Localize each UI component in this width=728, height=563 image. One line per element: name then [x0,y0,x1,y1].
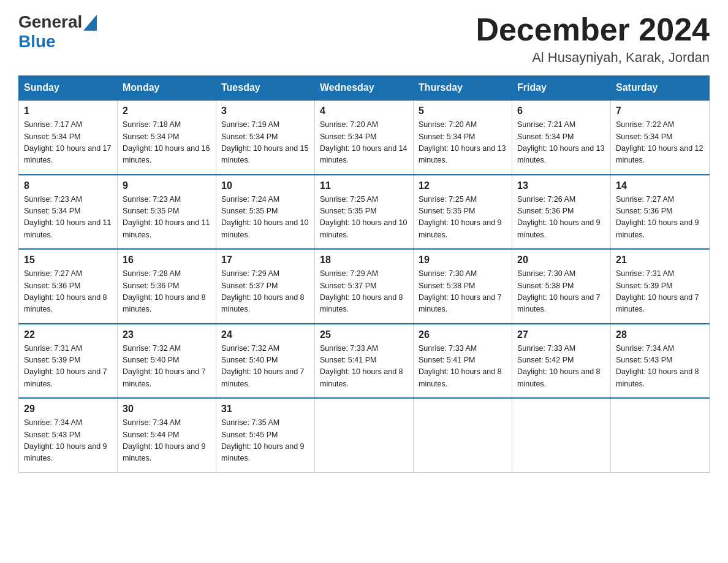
day-number: 20 [517,255,605,266]
calendar-cell [611,398,710,472]
svg-marker-0 [83,15,97,31]
logo-triangle-icon [83,15,97,31]
calendar-cell: 30Sunrise: 7:34 AMSunset: 5:44 PMDayligh… [118,398,216,472]
day-info: Sunrise: 7:30 AMSunset: 5:38 PMDaylight:… [419,268,507,316]
day-number: 9 [123,180,211,191]
col-header-tuesday: Tuesday [216,76,315,101]
title-block: December 2024 Al Husayniyah, Karak, Jord… [476,12,710,66]
col-header-saturday: Saturday [611,76,710,101]
day-info: Sunrise: 7:28 AMSunset: 5:36 PMDaylight:… [123,268,211,316]
day-info: Sunrise: 7:20 AMSunset: 5:34 PMDaylight:… [419,119,507,167]
day-number: 16 [123,255,211,266]
header-row: SundayMondayTuesdayWednesdayThursdayFrid… [19,76,710,101]
day-number: 12 [419,180,507,191]
day-info: Sunrise: 7:29 AMSunset: 5:37 PMDaylight:… [221,268,309,316]
day-info: Sunrise: 7:21 AMSunset: 5:34 PMDaylight:… [517,119,605,167]
week-row-5: 29Sunrise: 7:34 AMSunset: 5:43 PMDayligh… [19,398,710,472]
logo-blue-text: Blue [18,32,56,51]
calendar-cell: 2Sunrise: 7:18 AMSunset: 5:34 PMDaylight… [118,100,216,175]
day-number: 1 [24,105,112,117]
calendar-cell: 15Sunrise: 7:27 AMSunset: 5:36 PMDayligh… [19,249,118,324]
calendar-body: 1Sunrise: 7:17 AMSunset: 5:34 PMDaylight… [19,100,710,472]
day-number: 26 [419,329,507,340]
calendar-cell: 23Sunrise: 7:32 AMSunset: 5:40 PMDayligh… [118,324,216,399]
day-info: Sunrise: 7:19 AMSunset: 5:34 PMDaylight:… [221,119,309,167]
day-info: Sunrise: 7:24 AMSunset: 5:35 PMDaylight:… [221,194,309,242]
calendar-cell: 14Sunrise: 7:27 AMSunset: 5:36 PMDayligh… [611,175,710,250]
calendar-cell: 7Sunrise: 7:22 AMSunset: 5:34 PMDaylight… [611,100,710,175]
day-info: Sunrise: 7:32 AMSunset: 5:40 PMDaylight:… [221,343,309,391]
calendar-cell: 8Sunrise: 7:23 AMSunset: 5:34 PMDaylight… [19,175,118,250]
calendar-cell: 17Sunrise: 7:29 AMSunset: 5:37 PMDayligh… [216,249,315,324]
calendar-cell: 16Sunrise: 7:28 AMSunset: 5:36 PMDayligh… [118,249,216,324]
day-info: Sunrise: 7:27 AMSunset: 5:36 PMDaylight:… [616,194,704,242]
day-number: 29 [24,404,112,415]
day-number: 10 [221,180,309,191]
col-header-friday: Friday [512,76,611,101]
calendar-cell: 21Sunrise: 7:31 AMSunset: 5:39 PMDayligh… [611,249,710,324]
day-number: 15 [24,255,112,266]
day-number: 27 [517,329,605,340]
calendar-cell [414,398,512,472]
col-header-monday: Monday [118,76,216,101]
day-number: 28 [616,329,704,340]
calendar-cell: 10Sunrise: 7:24 AMSunset: 5:35 PMDayligh… [216,175,315,250]
calendar-cell: 22Sunrise: 7:31 AMSunset: 5:39 PMDayligh… [19,324,118,399]
day-number: 23 [123,329,211,340]
calendar-cell: 6Sunrise: 7:21 AMSunset: 5:34 PMDaylight… [512,100,611,175]
calendar-cell: 19Sunrise: 7:30 AMSunset: 5:38 PMDayligh… [414,249,512,324]
calendar-cell: 3Sunrise: 7:19 AMSunset: 5:34 PMDaylight… [216,100,315,175]
day-info: Sunrise: 7:30 AMSunset: 5:38 PMDaylight:… [517,268,605,316]
day-number: 24 [221,329,309,340]
day-info: Sunrise: 7:33 AMSunset: 5:42 PMDaylight:… [517,343,605,391]
calendar-cell: 11Sunrise: 7:25 AMSunset: 5:35 PMDayligh… [315,175,414,250]
calendar-cell: 1Sunrise: 7:17 AMSunset: 5:34 PMDaylight… [19,100,118,175]
calendar-cell: 28Sunrise: 7:34 AMSunset: 5:43 PMDayligh… [611,324,710,399]
calendar-cell: 26Sunrise: 7:33 AMSunset: 5:41 PMDayligh… [414,324,512,399]
day-info: Sunrise: 7:34 AMSunset: 5:43 PMDaylight:… [616,343,704,391]
day-info: Sunrise: 7:22 AMSunset: 5:34 PMDaylight:… [616,119,704,167]
day-info: Sunrise: 7:18 AMSunset: 5:34 PMDaylight:… [123,119,211,167]
day-number: 22 [24,329,112,340]
col-header-thursday: Thursday [414,76,512,101]
page-header: General Blue December 2024 Al Husayniyah… [18,12,710,66]
day-number: 30 [123,404,211,415]
day-number: 19 [419,255,507,266]
day-number: 4 [320,105,408,117]
day-number: 21 [616,255,704,266]
calendar-table: SundayMondayTuesdayWednesdayThursdayFrid… [18,75,710,473]
calendar-cell: 27Sunrise: 7:33 AMSunset: 5:42 PMDayligh… [512,324,611,399]
calendar-cell [315,398,414,472]
day-number: 14 [616,180,704,191]
calendar-cell: 29Sunrise: 7:34 AMSunset: 5:43 PMDayligh… [19,398,118,472]
day-info: Sunrise: 7:34 AMSunset: 5:43 PMDaylight:… [24,417,112,465]
day-number: 17 [221,255,309,266]
day-number: 25 [320,329,408,340]
day-info: Sunrise: 7:33 AMSunset: 5:41 PMDaylight:… [419,343,507,391]
day-number: 31 [221,404,309,415]
day-info: Sunrise: 7:17 AMSunset: 5:34 PMDaylight:… [24,119,112,167]
calendar-cell: 18Sunrise: 7:29 AMSunset: 5:37 PMDayligh… [315,249,414,324]
week-row-3: 15Sunrise: 7:27 AMSunset: 5:36 PMDayligh… [19,249,710,324]
calendar-header: SundayMondayTuesdayWednesdayThursdayFrid… [19,76,710,101]
calendar-cell: 31Sunrise: 7:35 AMSunset: 5:45 PMDayligh… [216,398,315,472]
calendar-cell: 12Sunrise: 7:25 AMSunset: 5:35 PMDayligh… [414,175,512,250]
day-number: 5 [419,105,507,117]
day-info: Sunrise: 7:23 AMSunset: 5:35 PMDaylight:… [123,194,211,242]
col-header-sunday: Sunday [19,76,118,101]
week-row-2: 8Sunrise: 7:23 AMSunset: 5:34 PMDaylight… [19,175,710,250]
day-number: 18 [320,255,408,266]
calendar-cell: 9Sunrise: 7:23 AMSunset: 5:35 PMDaylight… [118,175,216,250]
day-info: Sunrise: 7:34 AMSunset: 5:44 PMDaylight:… [123,417,211,465]
month-year-title: December 2024 [476,12,710,47]
calendar-cell: 25Sunrise: 7:33 AMSunset: 5:41 PMDayligh… [315,324,414,399]
day-info: Sunrise: 7:27 AMSunset: 5:36 PMDaylight:… [24,268,112,316]
calendar-cell: 4Sunrise: 7:20 AMSunset: 5:34 PMDaylight… [315,100,414,175]
calendar-cell: 5Sunrise: 7:20 AMSunset: 5:34 PMDaylight… [414,100,512,175]
day-info: Sunrise: 7:25 AMSunset: 5:35 PMDaylight:… [419,194,507,242]
day-info: Sunrise: 7:29 AMSunset: 5:37 PMDaylight:… [320,268,408,316]
day-info: Sunrise: 7:25 AMSunset: 5:35 PMDaylight:… [320,194,408,242]
location-subtitle: Al Husayniyah, Karak, Jordan [476,50,710,66]
day-info: Sunrise: 7:20 AMSunset: 5:34 PMDaylight:… [320,119,408,167]
day-number: 6 [517,105,605,117]
